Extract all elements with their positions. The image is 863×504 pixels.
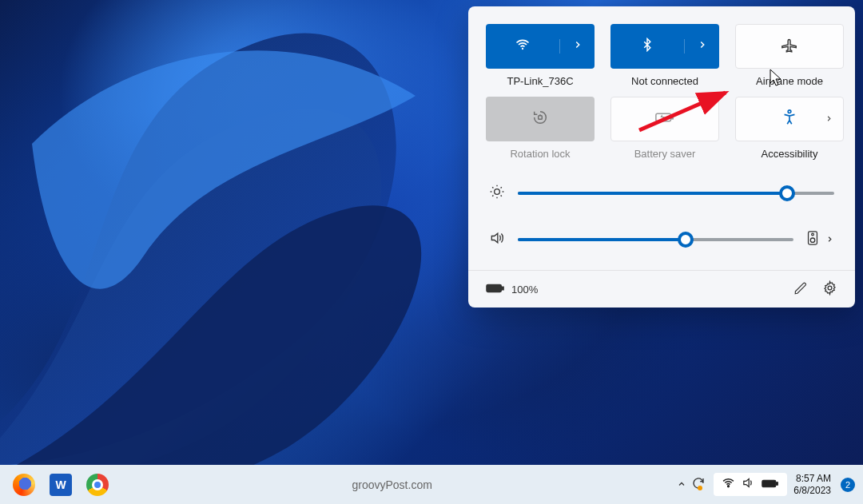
airplane-mode-tile[interactable] bbox=[735, 24, 844, 69]
airplane-mode-tile-label: Airplane mode bbox=[756, 75, 823, 87]
watermark-text: groovyPost.com bbox=[113, 478, 670, 491]
svg-point-13 bbox=[728, 486, 730, 487]
battery-saver-tile[interactable] bbox=[610, 97, 719, 141]
volume-slider-row bbox=[489, 230, 834, 249]
svg-point-7 bbox=[810, 238, 814, 242]
rotation-lock-icon bbox=[531, 109, 549, 129]
volume-icon bbox=[489, 230, 505, 249]
settings-button[interactable] bbox=[822, 280, 837, 298]
accessibility-icon bbox=[781, 109, 798, 129]
accessibility-tile[interactable] bbox=[735, 97, 844, 141]
windows-update-tray-icon[interactable] bbox=[691, 476, 706, 494]
quick-settings-tile-grid: TP-Link_736C Not connected bbox=[486, 24, 837, 160]
battery-percentage: 100% bbox=[511, 284, 538, 296]
taskbar: W groovyPost.com 8:57 AM 6 bbox=[0, 465, 863, 504]
system-tray[interactable] bbox=[714, 473, 787, 496]
volume-tray-icon bbox=[742, 476, 755, 493]
brightness-slider[interactable] bbox=[518, 192, 834, 195]
wifi-tile-label: TP-Link_736C bbox=[507, 75, 573, 87]
chrome-icon bbox=[86, 474, 109, 496]
battery-icon bbox=[486, 283, 505, 296]
svg-rect-9 bbox=[487, 284, 501, 292]
svg-rect-10 bbox=[502, 287, 503, 290]
accessibility-tile-label: Accessibility bbox=[762, 148, 818, 160]
taskbar-app-firefox[interactable] bbox=[8, 469, 40, 501]
chevron-right-icon bbox=[572, 39, 583, 54]
svg-rect-1 bbox=[539, 116, 543, 120]
wifi-icon bbox=[515, 37, 531, 56]
chevron-right-icon bbox=[825, 112, 833, 126]
word-icon: W bbox=[50, 474, 72, 496]
wifi-expand[interactable] bbox=[559, 39, 595, 54]
airplane-icon bbox=[781, 36, 798, 57]
audio-output-icon[interactable] bbox=[806, 230, 819, 249]
brightness-slider-row bbox=[489, 184, 834, 203]
svg-point-8 bbox=[812, 233, 814, 236]
svg-point-11 bbox=[828, 286, 832, 290]
audio-output-expand[interactable] bbox=[825, 232, 834, 247]
bluetooth-toggle[interactable] bbox=[610, 38, 684, 55]
svg-point-4 bbox=[788, 110, 791, 113]
battery-status[interactable]: 100% bbox=[486, 283, 538, 296]
notification-count-badge[interactable]: 2 bbox=[841, 478, 855, 492]
bluetooth-tile-label: Not connected bbox=[631, 75, 698, 87]
brightness-icon bbox=[489, 184, 505, 203]
battery-saver-icon bbox=[654, 109, 675, 129]
wifi-tray-icon bbox=[722, 476, 735, 493]
svg-rect-3 bbox=[671, 116, 673, 119]
tray-overflow-button[interactable] bbox=[677, 478, 686, 492]
wifi-toggle[interactable] bbox=[486, 37, 559, 56]
bluetooth-tile[interactable] bbox=[610, 24, 719, 69]
quick-settings-footer: 100% bbox=[468, 270, 855, 308]
wifi-tile[interactable] bbox=[486, 24, 595, 69]
taskbar-clock[interactable]: 8:57 AM 6/8/2023 bbox=[789, 473, 836, 497]
bluetooth-expand[interactable] bbox=[684, 39, 719, 54]
rotation-lock-tile bbox=[486, 97, 595, 141]
volume-slider[interactable] bbox=[518, 238, 793, 241]
clock-date: 6/8/2023 bbox=[793, 485, 831, 497]
firefox-icon bbox=[13, 474, 35, 496]
clock-time: 8:57 AM bbox=[793, 473, 831, 485]
edit-quick-settings-button[interactable] bbox=[793, 281, 808, 298]
svg-rect-15 bbox=[777, 482, 778, 484]
svg-point-0 bbox=[522, 48, 523, 50]
taskbar-app-word[interactable]: W bbox=[45, 469, 77, 501]
taskbar-app-chrome[interactable] bbox=[82, 469, 113, 501]
battery-saver-tile-label: Battery saver bbox=[634, 148, 696, 160]
svg-point-5 bbox=[495, 189, 500, 195]
quick-settings-panel: TP-Link_736C Not connected bbox=[468, 6, 855, 308]
battery-tray-icon bbox=[762, 478, 779, 492]
bluetooth-icon bbox=[640, 38, 654, 55]
rotation-lock-tile-label: Rotation lock bbox=[510, 148, 570, 160]
chevron-right-icon bbox=[697, 39, 708, 54]
svg-rect-14 bbox=[762, 480, 776, 486]
